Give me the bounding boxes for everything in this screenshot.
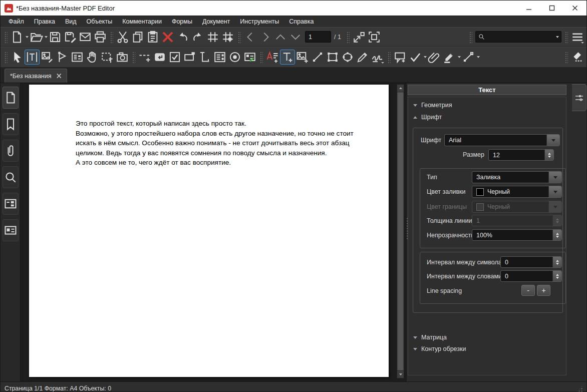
menu-forms[interactable]: Формы	[167, 16, 197, 27]
edit-image-tool-button[interactable]	[40, 50, 55, 65]
font-family-select[interactable]: Arial	[444, 134, 560, 146]
section-geometry[interactable]: Геометрия	[413, 102, 452, 109]
maximize-button[interactable]	[540, 1, 563, 16]
word-spacing-spinner[interactable]: 0	[500, 270, 562, 282]
dropdown-button[interactable]	[546, 135, 559, 146]
toolbar-grip[interactable]	[564, 51, 568, 63]
section-font[interactable]: Шрифт	[413, 114, 442, 121]
pencil-tool-button[interactable]	[355, 50, 370, 65]
combo-box-tool-button[interactable]	[212, 50, 227, 65]
page-down-button[interactable]	[288, 30, 303, 45]
menu-file[interactable]: Файл	[4, 16, 29, 27]
hand-tool-button[interactable]	[85, 50, 100, 65]
toolbar-grip[interactable]	[132, 51, 135, 63]
sidebar-search-button[interactable]	[3, 166, 19, 188]
push-button-tool-button[interactable]	[182, 50, 197, 65]
opacity-spinner[interactable]: 100%	[472, 229, 562, 241]
paste-button[interactable]	[145, 30, 160, 45]
toolbar-grip[interactable]	[259, 51, 263, 63]
document-area[interactable]: Это простой текст, который написан здесь…	[21, 83, 406, 381]
scroll-down-button[interactable]	[397, 371, 404, 378]
dropdown-button[interactable]	[548, 172, 561, 183]
sidebar-form-fields-button[interactable]	[3, 193, 19, 215]
arrow-annotation-button[interactable]	[461, 50, 476, 65]
section-clip[interactable]: Контур обрезки	[413, 345, 466, 352]
highlight-button[interactable]	[442, 50, 457, 65]
add-text-tool-button[interactable]	[280, 50, 295, 65]
vertical-scrollbar[interactable]	[397, 84, 404, 378]
select-tool-button[interactable]	[10, 50, 25, 65]
scrollbar-thumb[interactable]	[397, 92, 404, 370]
cut-button[interactable]	[115, 30, 130, 45]
signature-tool-button[interactable]	[370, 50, 385, 65]
text-field-tool-button[interactable]	[152, 50, 167, 65]
edit-path-tool-button[interactable]	[55, 50, 70, 65]
arrow-annotation-dropdown-icon[interactable]	[477, 56, 480, 58]
page-up-button[interactable]	[273, 30, 288, 45]
fill-type-select[interactable]: Заливка	[472, 171, 562, 183]
draw-line-tool-button[interactable]	[310, 50, 325, 65]
spin-buttons[interactable]	[552, 271, 561, 281]
edit-text-tool-button[interactable]	[25, 50, 40, 65]
dropdown-button[interactable]	[548, 186, 561, 197]
minimize-button[interactable]	[517, 1, 540, 16]
panel-flyout-button[interactable]	[572, 84, 586, 111]
spin-buttons[interactable]	[552, 230, 561, 240]
menu-tools[interactable]: Инструменты	[235, 16, 284, 27]
char-spacing-spinner[interactable]: 0	[500, 256, 562, 268]
page-text[interactable]: Это простой текст, который написан здесь…	[76, 119, 384, 168]
toolbar-grip[interactable]	[469, 31, 472, 43]
pdf-page[interactable]: Это простой текст, который написан здесь…	[29, 85, 389, 377]
main-menu-button[interactable]	[570, 30, 585, 45]
list-box-tool-button[interactable]	[197, 50, 212, 65]
email-button[interactable]	[78, 30, 93, 45]
form-properties-button[interactable]	[70, 50, 85, 65]
menu-edit[interactable]: Правка	[29, 16, 60, 27]
radio-button-tool-button[interactable]	[227, 50, 242, 65]
sidebar-bookmarks-button[interactable]	[3, 113, 19, 135]
fill-color-select[interactable]: Черный	[472, 186, 562, 198]
scroll-up-button[interactable]	[397, 85, 404, 92]
save-button[interactable]	[48, 30, 63, 45]
font-size-spinner[interactable]: 12	[488, 149, 554, 161]
toolbar-grip[interactable]	[4, 51, 8, 63]
check-annotation-button[interactable]	[408, 50, 423, 65]
draw-rectangle-tool-button[interactable]	[325, 50, 340, 65]
spin-buttons[interactable]	[544, 150, 553, 160]
signature-field-tool-button[interactable]	[242, 50, 257, 65]
checkbox-field-tool-button[interactable]	[167, 50, 182, 65]
link-tool-button[interactable]	[137, 50, 152, 65]
close-button[interactable]	[563, 1, 586, 16]
spin-buttons[interactable]	[552, 257, 561, 267]
fit-page-button[interactable]	[367, 30, 382, 45]
draw-ellipse-tool-button[interactable]	[340, 50, 355, 65]
search-dropdown-icon[interactable]	[556, 36, 559, 38]
attach-file-button[interactable]	[427, 50, 442, 65]
redo-button[interactable]	[190, 30, 205, 45]
new-document-button[interactable]	[10, 30, 25, 45]
menu-objects[interactable]: Объекты	[82, 16, 118, 27]
toolbar-grip[interactable]	[237, 31, 241, 43]
tab-document[interactable]: *Без названия	[5, 69, 67, 83]
resize-grip[interactable]	[575, 385, 583, 392]
delete-button[interactable]	[160, 30, 175, 45]
page-number-input[interactable]: 1	[305, 31, 331, 43]
undo-button[interactable]	[175, 30, 190, 45]
line-spacing-minus-button[interactable]: -	[521, 285, 535, 296]
toolbar-grip[interactable]	[346, 31, 350, 43]
print-button[interactable]	[93, 30, 108, 45]
snap-to-grid-button[interactable]	[220, 30, 235, 45]
next-view-button[interactable]	[258, 30, 273, 45]
select-region-button[interactable]	[100, 50, 115, 65]
grid-button[interactable]	[205, 30, 220, 45]
toolbar-grip[interactable]	[4, 31, 8, 43]
menu-comments[interactable]: Комментарии	[117, 16, 167, 27]
add-image-tool-button[interactable]	[295, 50, 310, 65]
open-button[interactable]	[29, 30, 44, 45]
menu-help[interactable]: Справка	[284, 16, 319, 27]
line-spacing-plus-button[interactable]: +	[537, 285, 550, 296]
tab-close-icon[interactable]	[56, 73, 62, 79]
sidebar-attachments-button[interactable]	[3, 140, 19, 162]
sticky-note-button[interactable]	[393, 50, 408, 65]
sidebar-signatures-button[interactable]	[3, 219, 19, 241]
